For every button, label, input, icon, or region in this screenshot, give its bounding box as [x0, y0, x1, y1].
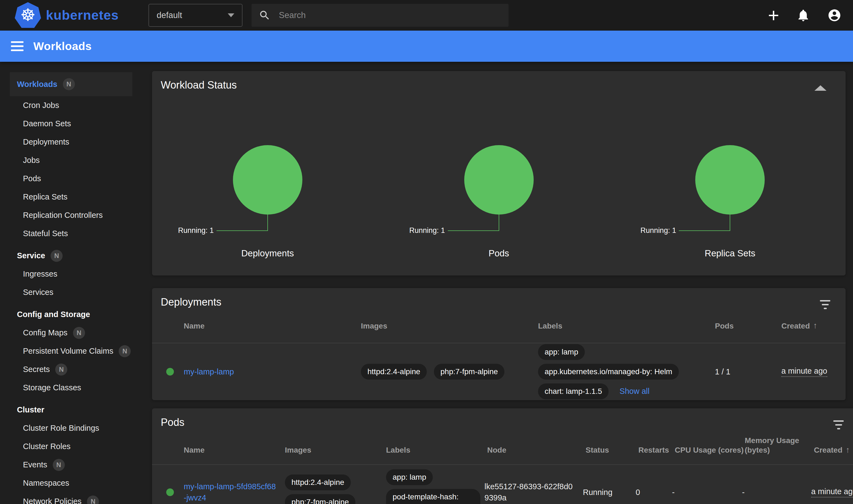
column-header-label: Created: [781, 321, 810, 331]
sidebar-item-jobs[interactable]: Jobs: [0, 151, 142, 169]
sidebar-item-namespaces[interactable]: Namespaces: [0, 474, 142, 492]
sidebar-item-daemon-sets[interactable]: Daemon Sets: [0, 114, 142, 133]
column-header-images[interactable]: Images: [285, 436, 386, 461]
column-header-pods[interactable]: Pods: [715, 320, 781, 337]
sidebar-item-persistent-volume-claims[interactable]: Persistent Volume ClaimsN: [0, 342, 142, 360]
account-button[interactable]: [827, 8, 841, 22]
show-all-link[interactable]: Show all: [620, 386, 650, 397]
deployment-link[interactable]: my-lamp-lamp: [184, 366, 234, 377]
namespaced-badge: N: [73, 327, 85, 339]
column-header-label: Images: [285, 445, 312, 455]
workload-status-title: Workload Status: [161, 79, 237, 91]
name-cell: my-lamp-lamp: [184, 343, 361, 400]
column-header-name[interactable]: Name: [184, 320, 361, 337]
column-header-name[interactable]: Name: [184, 436, 285, 461]
memory-usage-cell-value: -: [742, 488, 745, 497]
search-input[interactable]: [279, 11, 487, 20]
sidebar-item-cluster-roles[interactable]: Cluster Roles: [0, 437, 142, 456]
leader-line: [267, 215, 268, 231]
filter-icon[interactable]: [820, 300, 830, 309]
sidebar-item-label: Services: [23, 288, 53, 297]
pie-chart: [233, 145, 302, 215]
column-header-cpu-usage-cores[interactable]: CPU Usage (cores): [675, 436, 745, 461]
namespaced-badge: N: [53, 459, 65, 471]
leader-line: [499, 215, 499, 231]
sidebar-item-ingresses[interactable]: Ingresses: [0, 265, 142, 283]
header-spacer: [152, 320, 184, 337]
create-resource-button[interactable]: +: [768, 6, 779, 25]
sidebar-item-pods[interactable]: Pods: [0, 169, 142, 188]
kubernetes-logo[interactable]: ☸ kubernetes: [15, 2, 119, 28]
label-chip: php:7-fpm-alpine: [285, 494, 355, 504]
sidebar-item-events[interactable]: EventsN: [0, 456, 142, 474]
brand-wordmark: kubernetes: [46, 8, 119, 23]
menu-icon[interactable]: [11, 41, 23, 51]
label-chip: php:7-fpm-alpine: [434, 364, 504, 380]
status-text-cell-value: Running: [583, 488, 612, 497]
status-chart-replica-sets: Running: 1Replica Sets: [614, 71, 846, 275]
sidebar-item-secrets[interactable]: SecretsN: [0, 360, 142, 379]
column-header-memory-usage-bytes[interactable]: Memory Usage (bytes): [745, 436, 814, 461]
namespace-selector[interactable]: default: [148, 4, 243, 27]
column-header-status[interactable]: Status: [586, 436, 638, 461]
sidebar-item-label: Workloads: [17, 80, 57, 89]
sidebar-item-label: Storage Classes: [23, 383, 81, 392]
labels-cell: app: lampapp.kubernetes.io/managed-by: H…: [538, 343, 715, 400]
sidebar-item-label: Cron Jobs: [23, 101, 59, 110]
sidebar-item-stateful-sets[interactable]: Stateful Sets: [0, 224, 142, 243]
sidebar-item-services[interactable]: Services: [0, 283, 142, 302]
column-header-label: Node: [487, 445, 507, 455]
sidebar-item-replication-controllers[interactable]: Replication Controllers: [0, 206, 142, 224]
leader-line: [448, 230, 499, 231]
pod-link[interactable]: my-lamp-lamp-5fd985cf68-jwvz4: [184, 481, 285, 503]
table-row: my-lamp-lamp-5fd985cf68-jwvz4httpd:2.4-a…: [152, 465, 853, 504]
notifications-button[interactable]: [796, 8, 810, 22]
sidebar-item-label: Cluster Role Bindings: [23, 424, 99, 433]
sidebar-item-deployments[interactable]: Deployments: [0, 133, 142, 151]
label-chips: app: lamppod-template-hash: 5fd985cf68: [386, 469, 480, 504]
column-header-label: Name: [184, 321, 205, 331]
column-header-labels[interactable]: Labels: [538, 320, 715, 337]
image-chips: httpd:2.4-alpinephp:7-fpm-alpine: [361, 364, 504, 380]
label-chips: app: lampapp.kubernetes.io/managed-by: H…: [538, 344, 679, 399]
sidebar-item-label: Service: [17, 251, 45, 260]
sidebar-item-label: Replication Controllers: [23, 211, 103, 220]
column-header-label: Created: [814, 445, 842, 455]
label-line: chart: lamp-1.1.5Show all: [538, 383, 650, 399]
sidebar-item-storage-classes[interactable]: Storage Classes: [0, 379, 142, 397]
sidebar-item-cron-jobs[interactable]: Cron Jobs: [0, 96, 142, 114]
sidebar-item-label: Ingresses: [23, 270, 57, 278]
sidebar-item-replica-sets[interactable]: Replica Sets: [0, 188, 142, 206]
namespaced-badge: N: [55, 363, 67, 376]
top-bar: ☸ kubernetes default +: [0, 0, 853, 31]
column-header-label: Labels: [538, 321, 562, 331]
sidebar-item-label: Pods: [23, 174, 41, 183]
pie-chart: [464, 145, 534, 215]
sort-arrow-icon: ↑: [813, 320, 817, 331]
column-header-restarts[interactable]: Restarts: [638, 436, 675, 461]
collapse-icon[interactable]: [815, 85, 827, 91]
sidebar-item-config-maps[interactable]: Config MapsN: [0, 324, 142, 342]
status-cell: [152, 465, 184, 504]
chevron-down-icon: [228, 13, 234, 17]
column-header-created[interactable]: Created↑: [814, 436, 853, 461]
sidebar-item-label: Cluster Roles: [23, 442, 71, 451]
sidebar-item-network-policies[interactable]: Network PoliciesN: [0, 492, 142, 504]
app-bar: Workloads: [0, 31, 853, 62]
namespace-value: default: [157, 11, 182, 20]
search-bar[interactable]: [251, 4, 509, 27]
column-header-images[interactable]: Images: [361, 320, 538, 337]
column-header-labels[interactable]: Labels: [386, 436, 487, 461]
column-header-node[interactable]: Node: [487, 436, 586, 461]
sidebar-item-workloads[interactable]: WorkloadsN: [10, 72, 132, 96]
column-header-label: Labels: [386, 445, 410, 455]
sidebar-item-cluster-role-bindings[interactable]: Cluster Role Bindings: [0, 419, 142, 437]
pods-title: Pods: [161, 416, 184, 428]
pie-slice-label: Running: 1: [178, 226, 214, 235]
label-chip: app: lamp: [386, 469, 433, 485]
column-header-created[interactable]: Created↑: [781, 320, 846, 337]
header-spacer: [152, 436, 184, 461]
leader-line: [730, 215, 730, 231]
filter-icon[interactable]: [833, 420, 844, 429]
node-name: lke55127-86393-622f8d09399a: [484, 481, 583, 503]
